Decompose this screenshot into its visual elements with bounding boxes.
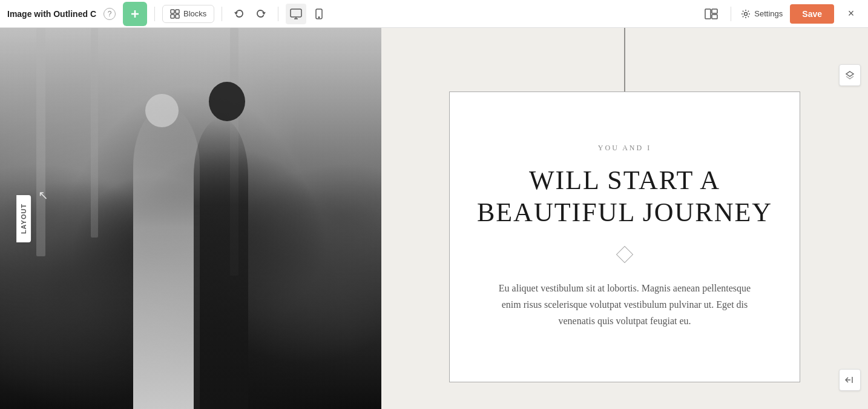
wedding-photo — [0, 28, 381, 409]
svg-rect-12 — [712, 9, 717, 13]
layout-toggle-button[interactable] — [702, 4, 721, 24]
settings-icon — [741, 9, 751, 19]
blocks-icon — [170, 9, 180, 19]
right-side-buttons — [839, 64, 861, 86]
content-card: YOU AND I WILL START A BEAUTIFUL JOURNEY… — [449, 91, 800, 382]
redo-button[interactable] — [251, 4, 271, 24]
couple-silhouette — [109, 45, 266, 409]
column-1 — [36, 28, 45, 256]
divider-2 — [222, 7, 222, 21]
svg-rect-6 — [291, 9, 301, 17]
redo-icon — [255, 8, 266, 19]
card-subtitle: YOU AND I — [598, 144, 651, 153]
page-title: Image with Outlined C — [7, 9, 96, 19]
undo-icon — [234, 8, 245, 19]
help-icon[interactable]: ? — [104, 8, 116, 20]
left-panel: LAYOUT ↖ — [0, 28, 381, 409]
divider-3 — [278, 7, 278, 21]
mobile-icon — [315, 8, 323, 19]
svg-rect-3 — [176, 10, 179, 13]
svg-rect-11 — [705, 9, 711, 19]
svg-point-14 — [745, 12, 748, 15]
svg-rect-2 — [171, 10, 174, 13]
close-button[interactable]: × — [841, 4, 861, 24]
collapse-icon — [845, 376, 855, 384]
mobile-view-button[interactable] — [309, 4, 329, 24]
main-content: LAYOUT ↖ YOU AND I WILL START A BEAUTIFU… — [0, 28, 868, 409]
undo-button[interactable] — [229, 4, 249, 24]
divider-4 — [731, 7, 731, 21]
svg-rect-13 — [712, 15, 717, 19]
desktop-view-button[interactable] — [286, 4, 306, 24]
collapse-button[interactable] — [839, 369, 861, 391]
diamond-divider — [616, 246, 633, 263]
settings-button[interactable]: Settings — [741, 9, 783, 19]
save-button[interactable]: Save — [790, 4, 834, 24]
plus-icon — [130, 8, 140, 19]
desktop-icon — [290, 8, 302, 19]
topbar-right: Settings Save × — [702, 4, 861, 24]
layers-icon — [845, 70, 855, 80]
settings-label: Settings — [754, 9, 783, 18]
column-2 — [91, 28, 98, 238]
blocks-label: Blocks — [183, 9, 206, 18]
svg-point-10 — [319, 16, 320, 18]
add-block-button[interactable] — [123, 2, 147, 26]
card-title: WILL START A BEAUTIFUL JOURNEY — [477, 165, 772, 229]
layout-tab[interactable]: LAYOUT — [16, 195, 31, 242]
device-buttons — [286, 4, 329, 24]
layers-button[interactable] — [839, 64, 861, 86]
right-panel: YOU AND I WILL START A BEAUTIFUL JOURNEY… — [381, 28, 868, 409]
blocks-button[interactable]: Blocks — [162, 5, 214, 23]
card-body-text: Eu aliquet vestibulum sit at lobortis. M… — [498, 280, 752, 330]
undo-redo-group — [229, 4, 271, 24]
svg-rect-4 — [171, 15, 174, 18]
divider-1 — [154, 7, 155, 21]
layout-icon — [705, 8, 718, 19]
svg-rect-5 — [176, 15, 179, 18]
topbar: Image with Outlined C ? Blocks — [0, 0, 868, 28]
